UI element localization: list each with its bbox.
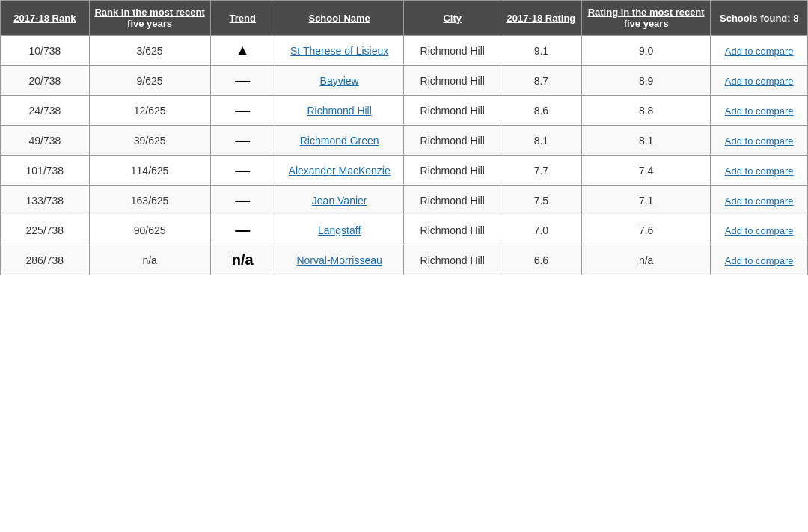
cell-compare[interactable]: Add to compare [711,36,808,66]
cell-trend: ▲ [210,36,275,66]
cell-rank: 133/738 [1,186,90,215]
school-name-link[interactable]: Norval-Morrisseau [296,254,382,266]
cell-school-name[interactable]: Langstaff [275,215,404,245]
cell-rating: 9.1 [501,36,581,66]
cell-city: Richmond Hill [404,156,501,186]
cell-trend: — [210,186,275,215]
cell-compare[interactable]: Add to compare [711,156,808,186]
table-row: 225/73890/625—LangstaffRichmond Hill7.07… [1,215,808,245]
cell-recent-rank: 9/625 [89,66,210,96]
cell-compare[interactable]: Add to compare [711,245,808,275]
cell-recent-rank: 163/625 [89,186,210,215]
cell-recent-rank: n/a [89,245,210,275]
school-name-link[interactable]: Langstaff [318,224,361,236]
cell-rank: 24/738 [1,96,90,126]
table-row: 133/738163/625—Jean VanierRichmond Hill7… [1,186,808,215]
school-name-link[interactable]: Alexander MacKenzie [289,165,391,177]
table-row: 20/7389/625—BayviewRichmond Hill8.78.9Ad… [1,66,808,96]
cell-school-name[interactable]: Richmond Green [275,126,404,156]
cell-city: Richmond Hill [404,126,501,156]
cell-compare[interactable]: Add to compare [711,215,808,245]
cell-recent-rank: 3/625 [89,36,210,66]
cell-rating: 8.7 [501,66,581,96]
add-to-compare-link[interactable]: Add to compare [725,165,794,177]
trend-flat-icon: — [235,132,250,148]
header-schools-found: Schools found: 8 [711,1,808,36]
add-to-compare-link[interactable]: Add to compare [725,135,794,147]
cell-school-name[interactable]: Bayview [275,66,404,96]
header-city[interactable]: City [404,1,501,36]
cell-rating: 8.1 [501,126,581,156]
cell-compare[interactable]: Add to compare [711,66,808,96]
cell-rating: 7.7 [501,156,581,186]
cell-recent-rating: 8.8 [581,96,711,126]
header-rating[interactable]: 2017-18 Rating [501,1,581,36]
cell-city: Richmond Hill [404,245,501,275]
cell-compare[interactable]: Add to compare [711,126,808,156]
header-rank[interactable]: 2017-18 Rank [1,1,90,36]
cell-recent-rank: 114/625 [89,156,210,186]
header-school-name[interactable]: School Name [275,1,404,36]
trend-flat-icon: — [235,72,250,88]
cell-rank: 286/738 [1,245,90,275]
cell-recent-rank: 90/625 [89,215,210,245]
trend-flat-icon: — [235,162,250,178]
cell-rating: 8.6 [501,96,581,126]
cell-rating: 7.0 [501,215,581,245]
school-name-link[interactable]: St Therese of Lisieux [290,45,388,57]
table-row: 49/73839/625—Richmond GreenRichmond Hill… [1,126,808,156]
cell-rank: 49/738 [1,126,90,156]
cell-compare[interactable]: Add to compare [711,186,808,215]
cell-recent-rating: 8.1 [581,126,711,156]
add-to-compare-link[interactable]: Add to compare [725,225,794,236]
trend-flat-icon: — [235,221,250,238]
cell-recent-rating: n/a [581,245,711,275]
school-name-link[interactable]: Richmond Green [300,135,379,147]
cell-school-name[interactable]: Alexander MacKenzie [275,156,404,186]
cell-trend: n/a [210,245,275,275]
cell-school-name[interactable]: Jean Vanier [275,186,404,215]
cell-rank: 20/738 [1,66,90,96]
header-trend[interactable]: Trend [210,1,275,36]
cell-compare[interactable]: Add to compare [711,96,808,126]
table-row: 24/73812/625—Richmond HillRichmond Hill8… [1,96,808,126]
add-to-compare-link[interactable]: Add to compare [725,195,794,207]
school-name-link[interactable]: Richmond Hill [307,105,371,117]
cell-rank: 10/738 [1,36,90,66]
add-to-compare-link[interactable]: Add to compare [725,76,794,87]
cell-rank: 225/738 [1,215,90,245]
cell-city: Richmond Hill [404,36,501,66]
cell-city: Richmond Hill [404,96,501,126]
school-name-link[interactable]: Bayview [320,75,359,87]
trend-flat-icon: n/a [232,251,254,268]
add-to-compare-link[interactable]: Add to compare [725,255,794,266]
cell-trend: — [210,126,275,156]
header-recent-rating[interactable]: Rating in the most recent five years [581,1,711,36]
cell-school-name[interactable]: Norval-Morrisseau [275,245,404,275]
cell-recent-rank: 39/625 [89,126,210,156]
add-to-compare-link[interactable]: Add to compare [725,106,794,117]
cell-trend: — [210,156,275,186]
add-to-compare-link[interactable]: Add to compare [725,46,794,57]
cell-city: Richmond Hill [404,186,501,215]
cell-recent-rank: 12/625 [89,96,210,126]
cell-recent-rating: 7.1 [581,186,711,215]
trend-flat-icon: — [235,102,250,118]
cell-recent-rating: 9.0 [581,36,711,66]
cell-recent-rating: 7.4 [581,156,711,186]
cell-school-name[interactable]: Richmond Hill [275,96,404,126]
cell-rating: 6.6 [501,245,581,275]
cell-school-name[interactable]: St Therese of Lisieux [275,36,404,66]
header-recent-rank[interactable]: Rank in the most recent five years [89,1,210,36]
school-name-link[interactable]: Jean Vanier [312,195,367,207]
cell-trend: — [210,66,275,96]
trend-up-icon: ▲ [235,42,250,58]
cell-rank: 101/738 [1,156,90,186]
cell-city: Richmond Hill [404,215,501,245]
cell-trend: — [210,215,275,245]
trend-flat-icon: — [235,192,250,208]
cell-city: Richmond Hill [404,66,501,96]
table-row: 10/7383/625▲St Therese of LisieuxRichmon… [1,36,808,66]
cell-trend: — [210,96,275,126]
table-row: 286/738n/an/aNorval-MorrisseauRichmond H… [1,245,808,275]
